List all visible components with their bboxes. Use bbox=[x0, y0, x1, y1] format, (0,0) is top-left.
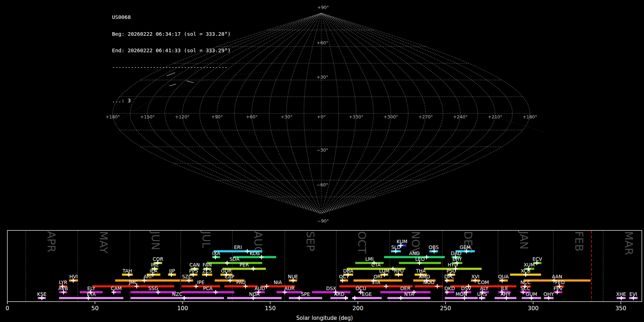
x-tick-label: 50 bbox=[91, 305, 98, 312]
shower-code-label: AHY bbox=[501, 291, 511, 297]
shower-peak-marker bbox=[245, 249, 249, 253]
shower-code-label: JLE bbox=[501, 286, 508, 291]
shower-code-label: LMI bbox=[365, 256, 374, 262]
latitude-label: −30° bbox=[317, 147, 328, 153]
shower-code-label: FEV bbox=[553, 286, 563, 291]
shower-code-label: DRA bbox=[343, 268, 353, 274]
shower-code-label: ETA bbox=[87, 291, 96, 297]
x-tick-label: 250 bbox=[440, 305, 451, 312]
shower-peak-marker bbox=[384, 284, 388, 288]
shower-code-label: NIA bbox=[274, 279, 282, 285]
shower-peak-marker bbox=[399, 296, 403, 300]
month-label: MAY bbox=[97, 231, 110, 254]
shower-code-label: ERI bbox=[234, 244, 242, 250]
shower-code-label: TAH bbox=[122, 268, 132, 274]
latitude-label: +30° bbox=[317, 74, 328, 80]
shower-peak-marker bbox=[251, 267, 255, 271]
shower-code-label: STA bbox=[371, 279, 381, 285]
shower-code-label: GEM bbox=[460, 244, 471, 250]
shower-code-label: IXA bbox=[212, 250, 220, 256]
shower-code-label: PCA bbox=[203, 286, 213, 291]
longitude-label: +120° bbox=[175, 114, 190, 119]
shower-code-label: NZC bbox=[172, 291, 182, 297]
latitude-label: −60° bbox=[317, 182, 328, 187]
shower-code-label: GUM bbox=[526, 291, 537, 297]
month-label: JUN bbox=[149, 230, 162, 250]
shower-bar bbox=[387, 297, 430, 299]
shower-code-label: OER bbox=[400, 286, 411, 291]
longitude-label: +30° bbox=[281, 114, 293, 119]
x-tick-label: 100 bbox=[177, 305, 188, 312]
shower-code-label: CAM bbox=[111, 286, 122, 291]
shower-bars: KUMERISLDOBSGEMIXAKCGANDDADCORSDALMILEOE… bbox=[37, 239, 638, 300]
month-label: FEB bbox=[573, 231, 585, 252]
shower-code-label: SZC bbox=[182, 274, 192, 279]
shower-code-label: KUM bbox=[397, 239, 408, 244]
shower-code-label: XCB bbox=[521, 268, 530, 274]
shower-code-label: OCT bbox=[339, 274, 349, 279]
shower-code-label: CTA bbox=[371, 262, 381, 268]
shower-code-label: GDR bbox=[221, 268, 232, 274]
meteor-trail bbox=[167, 73, 175, 76]
shower-code-label: AUD bbox=[254, 286, 265, 291]
shower-bar bbox=[224, 285, 258, 287]
shower-code-label: LYR bbox=[59, 279, 67, 285]
shower-bar bbox=[445, 297, 478, 299]
shower-code-label: FED bbox=[555, 279, 565, 285]
shower-code-label: ECV bbox=[532, 256, 542, 262]
shower-code-label: KCG bbox=[250, 250, 260, 256]
shower-code-label: HVI bbox=[69, 274, 78, 279]
sky-map: +180°+150°+120°+90°+60°+30°+0°+330°+300°… bbox=[106, 5, 543, 224]
shower-code-label: OBS bbox=[429, 244, 439, 250]
shower-code-label: NTA bbox=[404, 291, 414, 297]
shower-code-label: KSE bbox=[37, 291, 47, 297]
shower-code-label: XUM bbox=[524, 262, 535, 268]
shower-bar bbox=[207, 262, 262, 264]
shower-code-label: NCC bbox=[520, 279, 531, 285]
x-tick-label: 200 bbox=[352, 305, 364, 312]
shower-bar bbox=[233, 256, 276, 258]
shower-code-label: MON bbox=[455, 291, 467, 297]
shower-code-label: SCC bbox=[521, 286, 530, 291]
x-tick-label: 350 bbox=[615, 305, 626, 312]
shower-code-label: AMO bbox=[419, 274, 430, 279]
shower-code-label: SSG bbox=[148, 286, 158, 291]
pole-label: +90° bbox=[317, 5, 329, 10]
shower-code-label: DSX bbox=[326, 286, 336, 291]
month-label: OCT bbox=[356, 231, 368, 254]
latitude-label: +60° bbox=[317, 40, 328, 45]
shower-code-label: EGE bbox=[362, 291, 372, 297]
pole-label: −90° bbox=[317, 218, 329, 224]
shower-code-label: IPE bbox=[197, 279, 205, 285]
meridian-line bbox=[182, 13, 321, 214]
shower-code-label: NUE bbox=[288, 274, 298, 279]
shower-code-label: AUR bbox=[284, 286, 295, 291]
shower-code-label: DKD bbox=[444, 286, 455, 291]
shower-bar bbox=[181, 291, 234, 293]
month-label: JAN bbox=[518, 230, 530, 249]
shower-code-label: PPS bbox=[189, 268, 198, 274]
shower-code-label: EHY bbox=[452, 256, 462, 262]
shower-code-label: SLD bbox=[391, 244, 401, 250]
longitude-label: +300° bbox=[384, 114, 398, 119]
meteor-station-plot: US0068 Beg: 20260222 06:34:17 (sol = 333… bbox=[0, 0, 644, 322]
shower-code-label: SDA bbox=[229, 256, 240, 262]
shower-peak-marker bbox=[214, 290, 218, 294]
shower-code-label: ORI bbox=[374, 274, 382, 279]
shower-code-label: JMC bbox=[128, 279, 138, 285]
shower-code-label: COM bbox=[478, 279, 489, 285]
shower-code-label: LUM bbox=[379, 268, 389, 274]
meteor-trail bbox=[170, 84, 176, 86]
shower-code-label: CAP bbox=[225, 274, 234, 279]
longitude-label: +150° bbox=[140, 114, 155, 119]
shower-code-label: IRC bbox=[151, 262, 158, 268]
longitude-label: +180° bbox=[106, 114, 120, 119]
shower-peak-marker bbox=[435, 284, 439, 288]
shower-code-label: ARD bbox=[334, 291, 345, 297]
shower-code-label: ARI bbox=[143, 274, 152, 279]
shower-code-label: DAD bbox=[451, 250, 462, 256]
shower-bar bbox=[92, 285, 174, 287]
shower-code-label: PAU bbox=[236, 279, 245, 285]
x-tick-label: 300 bbox=[528, 305, 539, 312]
shower-bar bbox=[289, 297, 322, 299]
